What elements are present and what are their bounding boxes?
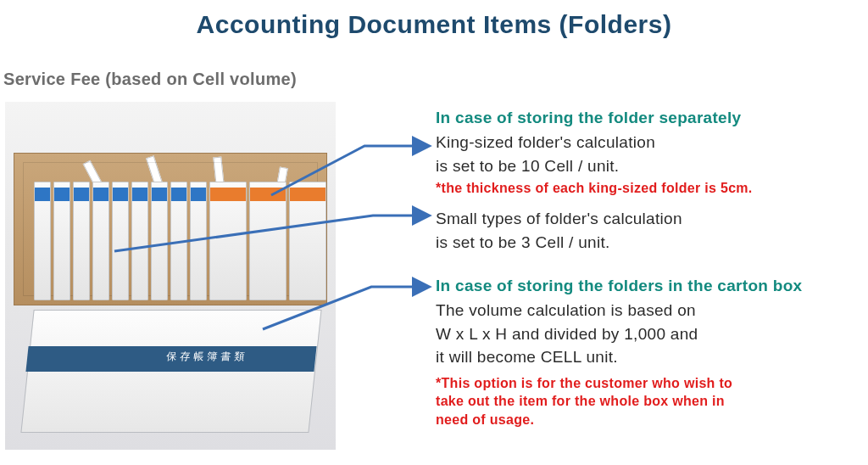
text-line: W x L x H and divided by 1,000 and <box>436 325 698 343</box>
king-folder <box>289 182 326 300</box>
carton-label: 保存帳簿書類 <box>165 350 269 364</box>
storage-box-illustration: 保存帳簿書類 <box>5 102 336 450</box>
text-line: take out the item for the whole box when… <box>436 394 725 408</box>
small-folder-text: Small types of folder's calculation is s… <box>436 207 853 254</box>
text-line: it will become CELL unit. <box>436 348 618 366</box>
small-folder <box>170 182 187 300</box>
king-folder-note: *the thickness of each king-sized folder… <box>436 179 853 198</box>
carton-body-text: The volume calculation is based on W x L… <box>436 299 853 369</box>
text-line: King-sized folder's calculation <box>436 133 655 151</box>
king-folder-text: King-sized folder's calculation is set t… <box>436 131 853 177</box>
small-folder <box>151 182 168 300</box>
page-title: Accounting Document Items (Folders) <box>0 10 868 39</box>
folders-row <box>34 173 305 300</box>
section-carton: In case of storing the folders in the ca… <box>436 277 853 429</box>
text-line: is set to be 3 Cell / unit. <box>436 233 610 251</box>
section-small-folder: Small types of folder's calculation is s… <box>436 207 853 254</box>
king-folder <box>249 182 287 300</box>
text-line: *This option is for the customer who wis… <box>436 376 732 390</box>
text-line: The volume calculation is based on <box>436 301 696 319</box>
small-folder <box>131 182 148 300</box>
small-folder <box>190 182 207 300</box>
small-folder <box>112 182 129 300</box>
king-folder <box>209 182 247 300</box>
text-line: need of usage. <box>436 412 534 427</box>
section-heading: In case of storing the folder separately <box>436 109 853 127</box>
page: Accounting Document Items (Folders) Serv… <box>0 0 868 465</box>
service-fee-subtitle: Service Fee (based on Cell volume) <box>3 70 297 89</box>
section-separate: In case of storing the folder separately… <box>436 109 853 198</box>
text-line: Small types of folder's calculation <box>436 210 682 227</box>
section-heading: In case of storing the folders in the ca… <box>436 277 853 295</box>
carton-note: *This option is for the customer who wis… <box>436 374 853 429</box>
small-folder <box>92 182 109 300</box>
small-folder <box>34 182 51 300</box>
small-folder <box>53 182 70 300</box>
small-folder <box>73 182 90 300</box>
text-line: is set to be 10 Cell / unit. <box>436 157 619 175</box>
